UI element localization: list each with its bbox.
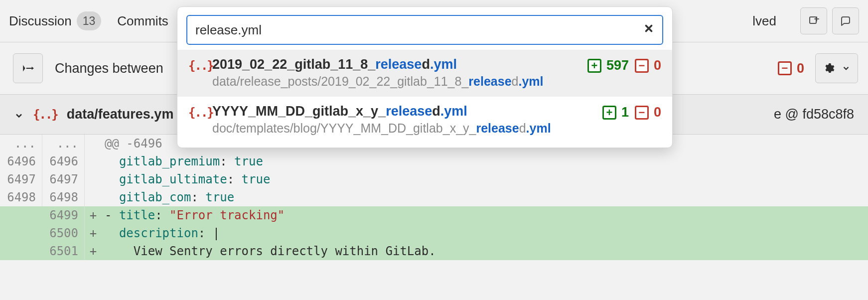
line-number-new: 6498 [42, 188, 85, 206]
result-filename: YYYY_MM_DD_gitlab_x_y_released.yml [212, 104, 593, 119]
diff-code: gitlab_com: true [102, 188, 868, 206]
removed-value: 0 [654, 58, 661, 73]
new-note-button[interactable] [800, 7, 827, 34]
removed-stat: −0 [635, 58, 661, 73]
total-removed-value: 0 [797, 61, 804, 76]
view-at-prefix: e @ [774, 107, 802, 122]
result-path: data/release_posts/2019_02_22_gitlab_11_… [212, 74, 579, 89]
file-path: data/features.ym [67, 107, 174, 122]
code-braces-icon: {..} [188, 104, 203, 120]
minus-icon: − [635, 106, 649, 120]
code-braces-icon: {..} [33, 108, 58, 122]
svg-rect-0 [810, 17, 816, 23]
diff-code: description: | [102, 224, 868, 242]
commit-sha: fd58c8f8 [802, 107, 854, 122]
search-result[interactable]: {..}YYYY_MM_DD_gitlab_x_y_released.ymldo… [177, 97, 672, 144]
line-number-new: 6501 [42, 242, 85, 260]
line-number-new: 6497 [42, 170, 85, 188]
plus-icon: + [602, 106, 616, 120]
added-value: 597 [606, 58, 629, 73]
resolved-suffix: lved [752, 13, 776, 29]
diff-line: 6500+ description: | [0, 224, 868, 242]
minus-icon: − [635, 59, 649, 73]
line-number-old: 6497 [0, 170, 42, 188]
diff-sign: + [85, 242, 102, 260]
total-removed-stat: − 0 [778, 61, 804, 76]
diff-line: 64966496 gitlab_premium: true [0, 152, 868, 170]
plus-icon: + [587, 59, 601, 73]
diff-line: 64976497 gitlab_ultimate: true [0, 170, 868, 188]
diff-sign: + [85, 224, 102, 242]
diff-line: 64986498 gitlab_com: true [0, 188, 868, 206]
result-path: doc/templates/blog/YYYY_MM_DD_gitlab_x_y… [212, 121, 593, 136]
code-braces-icon: {..} [188, 57, 203, 73]
minus-icon: − [778, 61, 792, 75]
tab-discussion-label: Discussion [9, 13, 72, 29]
diff-line: 6499+- title: "Error tracking" [0, 206, 868, 224]
removed-stat: −0 [635, 105, 661, 120]
diff-code: View Sentry errors directly within GitLa… [102, 242, 868, 260]
close-icon [643, 23, 654, 34]
discussion-count-badge: 13 [77, 11, 102, 30]
search-result[interactable]: {..}2019_02_22_gitlab_11_8_released.ymld… [177, 50, 672, 97]
added-stat: +1 [602, 105, 629, 120]
diff-sign: + [85, 206, 102, 224]
gear-icon [823, 62, 835, 74]
speech-bubble-icon [840, 15, 852, 27]
indent-right-icon [21, 62, 34, 75]
view-at-commit[interactable]: e @ fd58c8f8 [774, 107, 854, 122]
comments-toggle-button[interactable] [832, 7, 859, 34]
line-number-old: 6496 [0, 152, 42, 170]
diff-line: 6501+ View Sentry errors directly within… [0, 242, 868, 260]
line-number-old: 6498 [0, 188, 42, 206]
gutter-new: ... [42, 135, 85, 152]
gutter-old: ... [0, 135, 42, 152]
removed-value: 0 [654, 105, 661, 120]
diff-code: gitlab_ultimate: true [102, 170, 868, 188]
diff-code: gitlab_premium: true [102, 152, 868, 170]
clear-search-button[interactable] [643, 23, 654, 37]
result-stats: +1−0 [602, 104, 661, 120]
diff-body: ... ... @@ -6496 64966496 gitlab_premium… [0, 135, 868, 260]
search-field-wrap[interactable] [186, 15, 663, 45]
tab-commits[interactable]: Commits [117, 13, 168, 29]
note-plus-icon [808, 15, 820, 27]
chevron-down-icon [842, 64, 851, 73]
search-input[interactable] [195, 22, 643, 38]
chevron-down-icon [14, 111, 24, 121]
diff-code: - title: "Error tracking" [102, 206, 868, 224]
tab-commits-label: Commits [117, 13, 168, 29]
diff-settings-button[interactable] [815, 53, 858, 83]
tree-toggle-button[interactable] [13, 53, 43, 83]
line-number-new: 6499 [42, 206, 85, 224]
tab-discussion[interactable]: Discussion 13 [9, 11, 101, 30]
line-number-new: 6496 [42, 152, 85, 170]
collapse-file-button[interactable] [14, 110, 24, 120]
added-value: 1 [621, 105, 629, 120]
added-stat: +597 [587, 58, 629, 73]
result-stats: +597−0 [587, 57, 661, 73]
line-number-new: 6500 [42, 224, 85, 242]
result-filename: 2019_02_22_gitlab_11_8_released.yml [212, 57, 579, 72]
file-search-popover: {..}2019_02_22_gitlab_11_8_released.ymld… [177, 6, 673, 148]
changes-between-label: Changes between [55, 61, 163, 76]
